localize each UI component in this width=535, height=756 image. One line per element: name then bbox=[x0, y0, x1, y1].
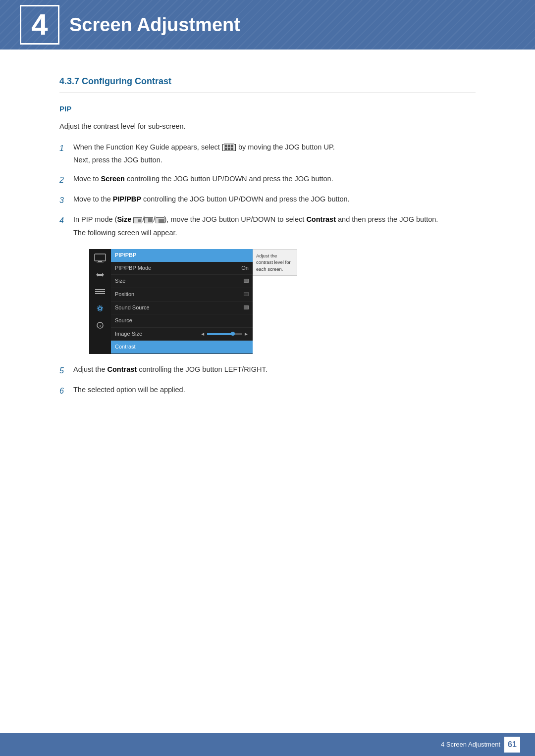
osd-icons-panel: i bbox=[89, 249, 111, 354]
step-3-bold: PIP/PBP bbox=[113, 195, 141, 203]
step-num-2: 2 bbox=[59, 173, 73, 187]
step-4-size: Size bbox=[117, 215, 131, 223]
size-icon-3 bbox=[156, 217, 164, 223]
page-footer: 4 Screen Adjustment 61 bbox=[0, 733, 535, 756]
osd-arrow-icon bbox=[93, 270, 107, 280]
sub-section-heading: PIP bbox=[59, 103, 476, 115]
step-5-bold: Contrast bbox=[107, 365, 137, 373]
chapter-title: Screen Adjustment bbox=[69, 10, 240, 40]
osd-row-mode-value: On bbox=[241, 264, 249, 273]
osd-row-size: Size bbox=[111, 275, 253, 288]
step-4-content: In PIP mode (Size //), move the JOG butt… bbox=[73, 214, 476, 239]
svg-point-6 bbox=[99, 307, 102, 310]
step-6-content: The selected option will be applied. bbox=[73, 384, 476, 396]
steps-list: 1 When the Function Key Guide appears, s… bbox=[59, 142, 476, 239]
osd-row-source-label: Source bbox=[115, 316, 249, 325]
step-4: 4 In PIP mode (Size //), move the JOG bu… bbox=[59, 214, 476, 239]
osd-tooltip: Adjust the contrast level for each scree… bbox=[253, 249, 297, 276]
step-num-3: 3 bbox=[59, 194, 73, 207]
step-5-content: Adjust the Contrast controlling the JOG … bbox=[73, 364, 476, 376]
osd-row-position-label: Position bbox=[115, 290, 244, 299]
svg-rect-1 bbox=[98, 261, 102, 262]
osd-menu-panel: PIP/PBP PIP/PBP Mode On Size Position bbox=[111, 249, 253, 354]
osd-monitor-icon bbox=[93, 253, 107, 263]
header-banner: 4 Screen Adjustment bbox=[0, 0, 535, 50]
size-square-icon bbox=[244, 279, 249, 283]
steps-list-2: 5 Adjust the Contrast controlling the JO… bbox=[59, 364, 476, 398]
osd-row-imagesize-label: Image Size bbox=[115, 330, 200, 339]
footer-text: 4 Screen Adjustment bbox=[441, 740, 500, 750]
step-3-content: Move to the PIP/PBP controlling the JOG … bbox=[73, 194, 476, 205]
osd-row-mode-label: PIP/PBP Mode bbox=[115, 264, 241, 273]
step-5: 5 Adjust the Contrast controlling the JO… bbox=[59, 364, 476, 377]
osd-row-position-value bbox=[244, 290, 249, 299]
svg-rect-4 bbox=[95, 291, 105, 292]
osd-row-sound-label: Sound Source bbox=[115, 303, 244, 312]
svg-rect-2 bbox=[97, 262, 104, 262]
step-6: 6 The selected option will be applied. bbox=[59, 384, 476, 398]
osd-info-icon: i bbox=[93, 320, 107, 330]
osd-row-contrast: Contrast bbox=[111, 341, 253, 354]
osd-row-position: Position bbox=[111, 288, 253, 302]
grid-icon bbox=[224, 144, 234, 151]
position-square-icon bbox=[244, 292, 249, 296]
step-2-bold: Screen bbox=[101, 175, 125, 183]
step-1-sub: Next, press the JOG button. bbox=[73, 154, 476, 166]
osd-lines-icon bbox=[93, 287, 107, 297]
step-num-6: 6 bbox=[59, 384, 73, 398]
intro-text: Adjust the contrast level for sub-screen… bbox=[59, 121, 476, 133]
osd-row-source: Source bbox=[111, 314, 253, 328]
svg-rect-5 bbox=[95, 293, 105, 294]
osd-row-sound-value bbox=[244, 303, 249, 312]
osd-row-imagesize: Image Size ◄ ► bbox=[111, 328, 253, 341]
svg-rect-3 bbox=[95, 289, 105, 290]
step-1-content: When the Function Key Guide appears, sel… bbox=[73, 142, 476, 166]
osd-gear-icon bbox=[93, 303, 107, 313]
size-icon-1 bbox=[133, 217, 142, 223]
osd-row-mode: PIP/PBP Mode On bbox=[111, 262, 253, 275]
step-num-1: 1 bbox=[59, 142, 73, 155]
osd-row-imagesize-value: ◄ ► bbox=[200, 330, 249, 338]
osd-screenshot: i PIP/PBP PIP/PBP Mode On Size Position bbox=[89, 249, 297, 354]
osd-row-size-label: Size bbox=[115, 277, 244, 286]
footer-page-number: 61 bbox=[504, 737, 520, 753]
osd-row-sound: Sound Source bbox=[111, 302, 253, 315]
chapter-num-text: 4 bbox=[31, 1, 48, 49]
size-icon-2 bbox=[144, 217, 153, 223]
sound-square-icon bbox=[244, 305, 249, 309]
svg-text:i: i bbox=[100, 324, 101, 328]
osd-row-contrast-label: Contrast bbox=[115, 343, 249, 352]
osd-row-size-value bbox=[244, 277, 249, 286]
section-title: Configuring Contrast bbox=[82, 76, 171, 86]
main-content: 4.3.7 Configuring Contrast PIP Adjust th… bbox=[0, 50, 535, 445]
step-num-4: 4 bbox=[59, 214, 73, 227]
step-4-contrast: Contrast bbox=[306, 215, 336, 223]
step-2-content: Move to Screen controlling the JOG butto… bbox=[73, 173, 476, 185]
svg-rect-0 bbox=[95, 254, 106, 261]
step-3: 3 Move to the PIP/PBP controlling the JO… bbox=[59, 194, 476, 207]
section-number: 4.3.7 bbox=[59, 76, 79, 86]
osd-menu-header: PIP/PBP bbox=[111, 249, 253, 262]
step-1: 1 When the Function Key Guide appears, s… bbox=[59, 142, 476, 166]
osd-tooltip-text: Adjust the contrast level for each scree… bbox=[256, 253, 291, 272]
step-4-sub: The following screen will appear. bbox=[73, 227, 476, 239]
step-num-5: 5 bbox=[59, 364, 73, 377]
section-heading: 4.3.7 Configuring Contrast bbox=[59, 74, 476, 93]
step-2: 2 Move to Screen controlling the JOG but… bbox=[59, 173, 476, 187]
chapter-number: 4 bbox=[20, 5, 59, 45]
